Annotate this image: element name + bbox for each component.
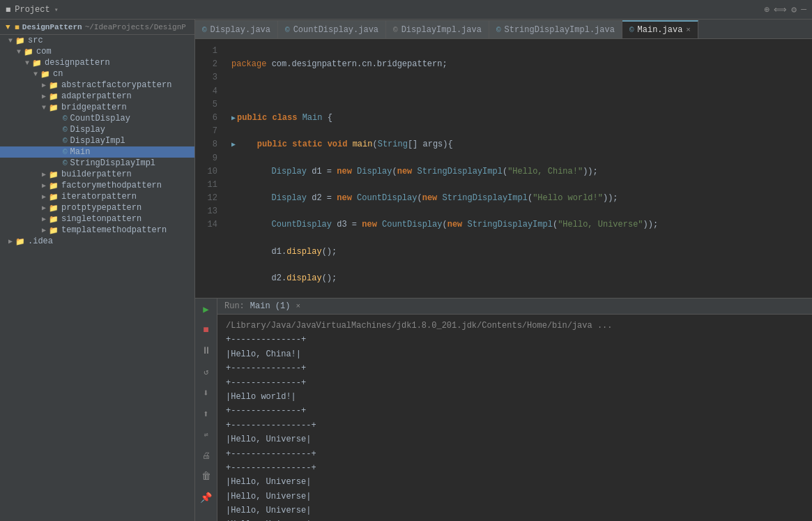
- tree-item-prototype[interactable]: ▶ 📁 protptypepattern: [0, 202, 194, 213]
- code-line-8: d1.display();: [231, 246, 804, 259]
- tree-label-factorymethod: factorymethodpattern: [61, 181, 162, 190]
- class-icon-countdisplay: ©: [63, 114, 68, 123]
- run-pin-button[interactable]: 📌: [199, 490, 214, 505]
- title-bar-icons: ⊕ ⟺ ⚙ —: [765, 4, 806, 15]
- run-tab-close[interactable]: ×: [296, 302, 300, 310]
- run-print-button[interactable]: 🖨: [199, 448, 214, 463]
- tree-item-main[interactable]: © Main: [0, 146, 194, 158]
- line-num-13: 13: [204, 205, 217, 218]
- code-line-1: package com.designpattern.cn.bridgepatte…: [231, 58, 804, 71]
- sidebar-project-name: DesignPattern: [22, 23, 82, 31]
- code-content[interactable]: package com.designpattern.cn.bridgepatte…: [223, 39, 812, 298]
- tree-item-stringdisplayimpl[interactable]: © StringDisplayImpl: [0, 158, 194, 169]
- run-out-5: |Hello world!|: [226, 390, 804, 404]
- dropdown-icon[interactable]: ▾: [54, 6, 59, 14]
- tree-item-adapter[interactable]: ▶ 📁 adapterpattern: [0, 91, 194, 102]
- tree-label-display: Display: [70, 125, 105, 135]
- run-out-0: +--------------+: [226, 333, 804, 347]
- line-num-14: 14: [204, 218, 217, 232]
- code-line-3: ▶public class Main {: [231, 112, 804, 125]
- folder-icon-builder: 📁: [49, 170, 59, 179]
- tree-label-builder: builderpattern: [61, 169, 132, 179]
- tab-main[interactable]: © Main.java ×: [622, 20, 698, 38]
- editor-area: © Display.java © CountDisplay.java © Dis…: [195, 20, 812, 521]
- code-line-5: Display d1 = new Display(new StringDispl…: [231, 165, 804, 179]
- title-bar: ◼ Project ▾ ⊕ ⟺ ⚙ —: [0, 0, 812, 20]
- tab-display[interactable]: © Display.java: [195, 20, 278, 38]
- run-pause-button[interactable]: ⏸: [199, 343, 214, 358]
- tree-item-factorymethod[interactable]: ▶ 📁 factorymethodpattern: [0, 180, 194, 191]
- folder-icon-abstractfactory: 📁: [49, 81, 59, 90]
- line-num-4: 4: [204, 85, 217, 98]
- tab-displayimpl[interactable]: © DisplayImpl.java: [386, 20, 489, 38]
- arrow-bridge: ▼: [39, 104, 49, 112]
- tree-item-cn[interactable]: ▼ 📁 cn: [0, 68, 194, 80]
- arrow-singleton: ▶: [39, 215, 49, 223]
- tree-item-src[interactable]: ▼ 📁 src: [0, 35, 194, 46]
- class-icon-stringdisplayimpl: ©: [63, 159, 68, 167]
- run-content: Run: Main (1) × /Library/Java/JavaVirtua…: [217, 299, 812, 521]
- globe-icon[interactable]: ⊕: [765, 4, 770, 15]
- run-out-9: |Hello, Universe|: [226, 432, 804, 446]
- sidebar-project-icon: ▼ ◼: [6, 22, 20, 31]
- project-label[interactable]: Project: [15, 5, 49, 15]
- title-bar-left: ◼ Project ▾: [6, 4, 59, 15]
- code-editor[interactable]: 1 2 3 4 5 6 7 8 9 10 11 12 13 14 package…: [195, 39, 812, 298]
- tree-item-template[interactable]: ▶ 📁 templatemethodpattern: [0, 225, 194, 236]
- run-panel: ▶ ■ ⏸ ↺ ⬇ ⬆ ⇌ 🖨 🗑 📌 Run: Main (1) × /Lib…: [195, 298, 812, 521]
- run-rerun-button[interactable]: ↺: [199, 364, 214, 379]
- tree-label-designpattern: designpattern: [45, 58, 110, 68]
- tree-item-displayimpl[interactable]: © DisplayImpl: [0, 135, 194, 146]
- tree-item-bridge[interactable]: ▼ 📁 bridgepattern: [0, 102, 194, 113]
- run-scroll-down-button[interactable]: ⬇: [199, 385, 214, 400]
- run-sidebar: ▶ ■ ⏸ ↺ ⬇ ⬆ ⇌ 🖨 🗑 📌: [195, 299, 217, 521]
- minimize-icon[interactable]: —: [801, 4, 806, 15]
- tab-stringdisplayimpl[interactable]: © StringDisplayImpl.java: [489, 20, 622, 38]
- folder-icon-template: 📁: [49, 226, 59, 235]
- arrow-src: ▼: [6, 37, 15, 45]
- tree-item-idea[interactable]: ▶ 📁 .idea: [0, 236, 194, 247]
- tree-label-adapter: adapterpattern: [61, 91, 132, 101]
- tree-item-designpattern[interactable]: ▼ 📁 designpattern: [0, 57, 194, 68]
- tree-label-countdisplay: CountDisplay: [70, 114, 130, 123]
- tree-label-template: templatemethodpattern: [61, 225, 167, 235]
- folder-icon-bridge: 📁: [49, 103, 59, 112]
- tree-item-abstractfactory[interactable]: ▶ 📁 abstractfactorypattern: [0, 80, 194, 91]
- run-out-4: +--------------+: [226, 376, 804, 390]
- line-num-8: 8: [204, 138, 217, 151]
- folder-icon-adapter: 📁: [49, 92, 59, 101]
- tree-item-display[interactable]: © Display: [0, 124, 194, 135]
- run-clear-button[interactable]: 🗑: [199, 469, 214, 484]
- run-out-16: |Hello, Universe|: [226, 518, 804, 521]
- tab-countdisplay[interactable]: © CountDisplay.java: [278, 20, 386, 38]
- split-icon[interactable]: ⟺: [774, 4, 787, 15]
- tree-label-idea: .idea: [28, 236, 53, 246]
- tab-close-main[interactable]: ×: [686, 26, 691, 34]
- run-wrap-button[interactable]: ⇌: [199, 427, 214, 442]
- tree-item-iterator[interactable]: ▶ 📁 iteratorpattern: [0, 191, 194, 202]
- settings-icon[interactable]: ⚙: [791, 4, 797, 15]
- run-stop-button[interactable]: ■: [199, 322, 214, 338]
- run-tab-main[interactable]: Main (1): [250, 301, 291, 311]
- tab-label-displayimpl: DisplayImpl.java: [401, 25, 482, 35]
- code-line-7: CountDisplay d3 = new CountDisplay(new S…: [231, 218, 804, 232]
- tree-item-countdisplay[interactable]: © CountDisplay: [0, 113, 194, 124]
- run-out-13: |Hello, Universe|: [226, 475, 804, 489]
- main-layout: ▼ ◼ DesignPattern ~/IdeaProjects/DesignP…: [0, 20, 812, 521]
- folder-icon-factorymethod: 📁: [49, 181, 59, 190]
- tree-item-singleton[interactable]: ▶ 📁 singletonpattern: [0, 213, 194, 225]
- run-scroll-up-button[interactable]: ⬆: [199, 406, 214, 421]
- tree-item-builder[interactable]: ▶ 📁 builderpattern: [0, 169, 194, 180]
- run-out-2: +--------------+: [226, 361, 804, 375]
- arrow-designpattern: ▼: [22, 59, 32, 67]
- tree-label-stringdisplayimpl: StringDisplayImpl: [70, 158, 155, 168]
- run-out-10: +----------------+: [226, 447, 804, 461]
- tab-icon-countdisplay: ©: [285, 26, 290, 34]
- arrow-template: ▶: [39, 226, 49, 234]
- line-num-6: 6: [204, 112, 217, 125]
- line-num-5: 5: [204, 98, 217, 112]
- tree-label-com: com: [36, 47, 52, 56]
- arrow-iterator: ▶: [39, 192, 49, 201]
- tree-item-com[interactable]: ▼ 📁 com: [0, 46, 194, 57]
- run-play-button[interactable]: ▶: [199, 301, 214, 317]
